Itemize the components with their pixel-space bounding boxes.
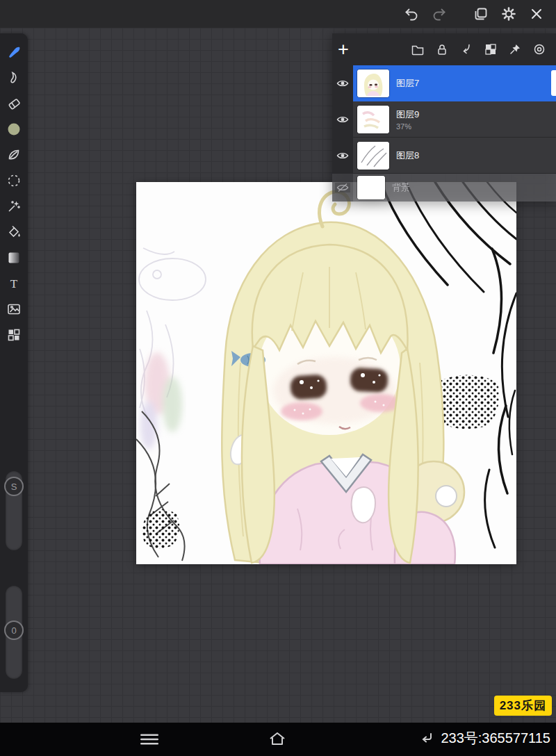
tool-image-button[interactable]: [1, 296, 26, 322]
layers-header-icons: [409, 41, 548, 58]
text-tool-icon: T: [6, 276, 22, 291]
layer-thumbnail: [357, 176, 385, 199]
settings-button[interactable]: [496, 2, 521, 26]
checkerboard-icon: [484, 42, 498, 56]
canvas-workspace: T: [0, 28, 556, 723]
gradient-icon: [6, 250, 22, 265]
smudge-icon: [6, 70, 22, 85]
add-layer-button[interactable]: +: [338, 40, 359, 59]
drawing-canvas[interactable]: [136, 182, 516, 564]
import-arrow-icon: [459, 42, 473, 56]
tool-layout-button[interactable]: [1, 322, 26, 347]
app-screen: T: [0, 0, 556, 756]
layers-panel: +: [332, 33, 556, 202]
folder-button[interactable]: [409, 41, 426, 58]
tool-text-button[interactable]: T: [1, 270, 26, 296]
layer-visibility-toggle[interactable]: [332, 65, 353, 101]
account-id-text: 233号:365577115: [441, 729, 550, 748]
opacity-slider-knob[interactable]: 0: [4, 621, 24, 640]
layer-visibility-toggle[interactable]: [332, 138, 353, 174]
layer-visibility-toggle[interactable]: [332, 174, 353, 202]
layers-icon: [473, 6, 489, 22]
home-icon: [268, 731, 286, 746]
close-icon: [529, 6, 544, 22]
tool-color-swatch-button[interactable]: [1, 116, 26, 142]
back-arrow-icon: [420, 731, 436, 746]
undo-icon: [404, 6, 419, 22]
eye-icon: [336, 79, 349, 88]
tool-list: T: [0, 33, 28, 347]
pin-button[interactable]: [507, 41, 523, 58]
layer-name: 图层8: [396, 149, 419, 162]
nav-menu-button[interactable]: [139, 732, 160, 748]
tool-eraser-button[interactable]: [1, 90, 26, 116]
layer-meta: 背景: [392, 181, 410, 194]
layer-thumbnail: [357, 142, 389, 170]
layer-row-content[interactable]: 背景: [353, 174, 556, 202]
transparency-button[interactable]: [482, 41, 499, 58]
pin-icon: [508, 42, 522, 56]
layer-row-content[interactable]: 图层7: [353, 65, 556, 101]
selected-layer-indicator: [551, 70, 556, 96]
layer-meta: 图层9 37%: [396, 108, 419, 131]
layer-row-background[interactable]: 背景: [332, 174, 556, 202]
topbar: [0, 0, 556, 28]
left-toolbar: T: [0, 33, 28, 692]
layer-name: 图层7: [396, 77, 419, 90]
selection-icon: [6, 173, 22, 188]
eye-off-icon: [336, 183, 349, 192]
paint-brush-icon: [6, 44, 22, 60]
tool-fill-button[interactable]: [1, 219, 26, 245]
layer-meta: 图层8: [396, 149, 419, 162]
target-circle-icon: [532, 42, 546, 56]
layer-name: 背景: [392, 181, 410, 194]
layer-thumbnail: [357, 69, 389, 97]
layer-name: 图层9: [396, 108, 419, 121]
eye-icon: [336, 151, 349, 161]
watermark-badge: 233乐园: [494, 696, 552, 716]
size-slider-label: S: [11, 482, 17, 492]
tool-leaf-button[interactable]: [1, 142, 26, 167]
import-button[interactable]: [458, 41, 475, 58]
paint-bucket-icon: [6, 224, 22, 240]
size-slider-knob[interactable]: S: [4, 477, 24, 496]
folder-icon: [411, 42, 425, 56]
tool-smudge-button[interactable]: [1, 65, 26, 90]
tool-selection-button[interactable]: [1, 167, 26, 193]
eraser-icon: [6, 96, 22, 111]
tool-paint-button[interactable]: [1, 39, 26, 65]
tool-adjustments-button[interactable]: [1, 193, 26, 219]
redo-button[interactable]: [427, 2, 452, 26]
target-button[interactable]: [531, 41, 548, 58]
gear-icon: [501, 6, 516, 22]
svg-text:T: T: [10, 277, 18, 290]
layer-row-9[interactable]: 图层9 37%: [332, 101, 556, 138]
layer-row-content[interactable]: 图层9 37%: [353, 101, 556, 138]
artwork-image: [136, 182, 516, 564]
hamburger-menu-icon: [139, 732, 160, 746]
lock-icon: [435, 42, 449, 56]
image-icon: [6, 302, 22, 317]
layers-toggle-button[interactable]: [468, 2, 493, 26]
bottom-nav-bar: 233号:365577115: [0, 723, 556, 756]
layer-row-8[interactable]: 图层8: [332, 138, 556, 174]
tool-gradient-button[interactable]: [1, 245, 26, 270]
layer-meta: 图层7: [396, 77, 419, 90]
layer-visibility-toggle[interactable]: [332, 101, 353, 138]
magic-wand-icon: [6, 199, 22, 214]
nav-home-button[interactable]: [268, 731, 286, 748]
color-swatch-icon: [6, 122, 22, 137]
redo-icon: [432, 6, 447, 22]
layer-row-7[interactable]: 图层7: [332, 65, 556, 101]
close-button[interactable]: [524, 2, 549, 26]
leaf-icon: [6, 147, 22, 163]
eye-icon: [336, 115, 349, 124]
opacity-slider-label: 0: [11, 625, 16, 636]
undo-button[interactable]: [399, 2, 424, 26]
layout-blocks-icon: [6, 327, 22, 343]
account-info[interactable]: 233号:365577115: [420, 729, 550, 748]
lock-button[interactable]: [434, 41, 450, 58]
layers-panel-header: +: [332, 33, 556, 65]
layer-opacity: 37%: [396, 122, 419, 131]
layer-row-content[interactable]: 图层8: [353, 138, 556, 174]
